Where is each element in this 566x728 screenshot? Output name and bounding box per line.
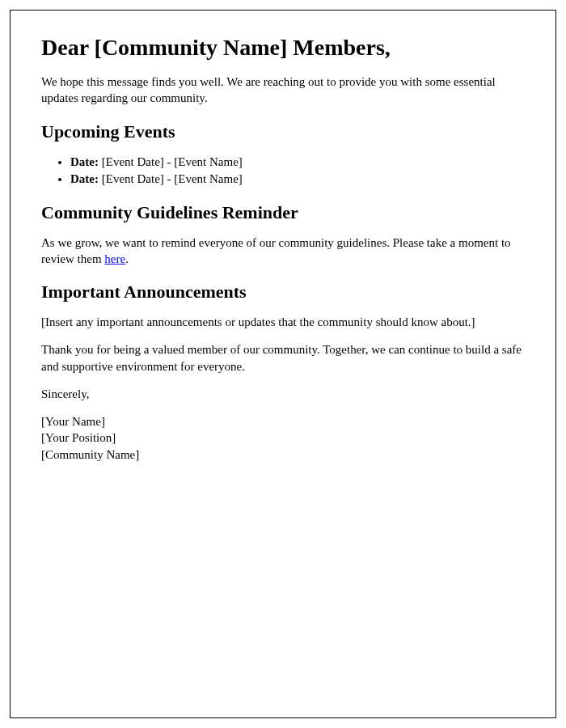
guidelines-text-after: . [125,252,129,265]
guidelines-paragraph: As we grow, we want to remind everyone o… [41,235,525,268]
announcements-placeholder: [Insert any important announcements or u… [41,314,525,330]
guidelines-link[interactable]: here [104,252,125,265]
signature-block: [Your Name] [Your Position] [Community N… [41,413,525,463]
announcements-heading: Important Announcements [41,281,525,303]
greeting-heading: Dear [Community Name] Members, [41,35,525,61]
signature-name: [Your Name] [41,413,525,430]
event-text: [Event Date] - [Event Name] [99,155,243,168]
list-item: Date: [Event Date] - [Event Name] [70,171,525,188]
event-text: [Event Date] - [Event Name] [99,172,243,185]
intro-paragraph: We hope this message finds you well. We … [41,74,525,107]
events-list: Date: [Event Date] - [Event Name] Date: … [70,154,525,188]
events-heading: Upcoming Events [41,121,525,142]
list-item: Date: [Event Date] - [Event Name] [70,154,525,171]
signature-community: [Community Name] [41,447,525,463]
signature-position: [Your Position] [41,430,525,446]
event-label: Date: [70,172,99,185]
thanks-paragraph: Thank you for being a valued member of o… [41,341,525,375]
closing: Sincerely, [41,386,525,402]
document-page: Dear [Community Name] Members, We hope t… [10,10,556,718]
event-label: Date: [70,155,99,168]
guidelines-heading: Community Guidelines Reminder [41,202,525,223]
